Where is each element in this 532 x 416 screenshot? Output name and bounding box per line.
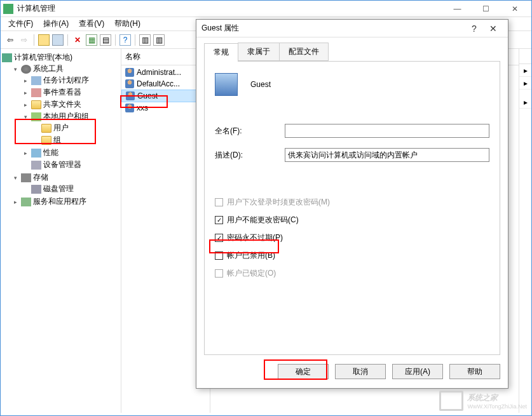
- lbl-account-disabled[interactable]: 帐户已禁用(B): [227, 250, 275, 261]
- tabs: 常规 隶属于 配置文件: [204, 43, 500, 62]
- user-icon: [125, 104, 134, 112]
- action-arrow[interactable]: ▸: [519, 77, 531, 90]
- minimize-button[interactable]: —: [443, 1, 472, 17]
- menu-view[interactable]: 查看(V): [74, 17, 109, 30]
- ok-button[interactable]: 确定: [278, 364, 329, 379]
- app-icon: [3, 4, 13, 14]
- tab-content-general: Guest 全名(F): 描述(D): 用户下次登录时须更改密码(M) 用户不能…: [204, 62, 500, 355]
- lbl-must-change: 用户下次登录时须更改密码(M): [227, 197, 330, 208]
- chk-must-change: [215, 198, 223, 206]
- menu-action[interactable]: 操作(A): [38, 17, 74, 30]
- tree-storage[interactable]: ▾存储: [12, 172, 119, 183]
- menu-file[interactable]: 文件(F): [3, 17, 38, 30]
- action-arrow[interactable]: ▸: [519, 64, 531, 77]
- full-name-label: 全名(F):: [215, 126, 285, 137]
- help-button[interactable]: ?: [119, 34, 131, 46]
- back-button[interactable]: ⇦: [4, 34, 16, 46]
- watermark-url: WwW.XiTongZhiJia.Net: [467, 403, 527, 410]
- dialog-close-button[interactable]: ✕: [484, 23, 503, 34]
- tab-member-of[interactable]: 隶属于: [238, 43, 280, 61]
- tree-system-tools[interactable]: ▾系统工具: [12, 64, 119, 74]
- tree-services-apps[interactable]: ▸服务和应用程序: [12, 196, 119, 207]
- watermark: 系统之家 WwW.XiTongZhiJia.Net: [439, 391, 527, 411]
- tree-users[interactable]: 用户: [32, 123, 119, 133]
- watermark-brand: 系统之家: [467, 393, 498, 402]
- close-button[interactable]: ✕: [500, 1, 529, 17]
- actions-pane: ▸ ▸ ▸: [519, 49, 531, 413]
- tab-general[interactable]: 常规: [204, 43, 238, 62]
- watermark-icon: [439, 391, 463, 411]
- tree-device-manager[interactable]: 设备管理器: [22, 159, 119, 170]
- action-arrow[interactable]: ▸: [519, 96, 531, 109]
- export-button[interactable]: ▤: [100, 34, 111, 46]
- titlebar[interactable]: 计算机管理 — ☐ ✕: [1, 1, 531, 17]
- tab-profile[interactable]: 配置文件: [279, 43, 329, 61]
- tree-task-scheduler[interactable]: ▸任务计划程序: [22, 75, 119, 86]
- description-input[interactable]: [285, 148, 489, 162]
- full-name-input[interactable]: [285, 124, 489, 138]
- user-icon: [125, 68, 134, 77]
- window-title: 计算机管理: [17, 3, 443, 14]
- apply-button[interactable]: 应用(A): [392, 364, 443, 379]
- tree-local-users-groups[interactable]: ▾本地用户和组: [22, 111, 119, 122]
- view2-button[interactable]: ▥: [153, 34, 165, 46]
- tree-groups[interactable]: 组: [32, 135, 119, 145]
- tree-pane[interactable]: 计算机管理(本地) ▾系统工具 ▸任务计划程序 ▸事件查看器 ▸共享文件夹 ▾本…: [1, 49, 121, 413]
- dialog-title: Guest 属性: [201, 23, 465, 34]
- tree-event-viewer[interactable]: ▸事件查看器: [22, 87, 119, 98]
- properties-button[interactable]: [52, 34, 64, 46]
- lbl-never-expire[interactable]: 密码永不过期(P): [227, 232, 283, 243]
- guest-properties-dialog: Guest 属性 ? ✕ 常规 隶属于 配置文件 Guest 全名(F): 描述…: [196, 19, 508, 389]
- lbl-cannot-change[interactable]: 用户不能更改密码(C): [227, 215, 299, 225]
- user-large-icon: [215, 73, 238, 96]
- delete-button[interactable]: ✕: [72, 34, 83, 46]
- tree-performance[interactable]: ▸性能: [22, 147, 119, 158]
- chk-account-locked: [215, 269, 223, 278]
- tree-disk-mgmt[interactable]: 磁盘管理: [22, 184, 119, 194]
- lbl-account-locked: 帐户已锁定(O): [227, 268, 276, 279]
- help-button[interactable]: 帮助: [449, 364, 500, 379]
- description-label: 描述(D):: [215, 150, 285, 161]
- user-icon: [126, 91, 135, 100]
- maximize-button[interactable]: ☐: [472, 1, 500, 17]
- view1-button[interactable]: ▥: [139, 34, 151, 46]
- new-button[interactable]: [38, 34, 50, 46]
- tree-shared-folders[interactable]: ▸共享文件夹: [22, 99, 119, 110]
- refresh-button[interactable]: ▦: [86, 34, 97, 46]
- chk-never-expire[interactable]: [215, 234, 223, 242]
- menu-help[interactable]: 帮助(H): [109, 17, 146, 30]
- chk-cannot-change[interactable]: [215, 216, 223, 224]
- forward-button[interactable]: ⇨: [18, 34, 30, 46]
- account-name: Guest: [250, 80, 271, 89]
- dialog-help-button[interactable]: ?: [465, 23, 484, 34]
- chk-account-disabled[interactable]: [215, 252, 223, 260]
- tree-root[interactable]: 计算机管理(本地): [2, 52, 119, 63]
- cancel-button[interactable]: 取消: [335, 364, 386, 379]
- dialog-titlebar[interactable]: Guest 属性 ? ✕: [196, 20, 508, 37]
- user-icon: [125, 79, 134, 88]
